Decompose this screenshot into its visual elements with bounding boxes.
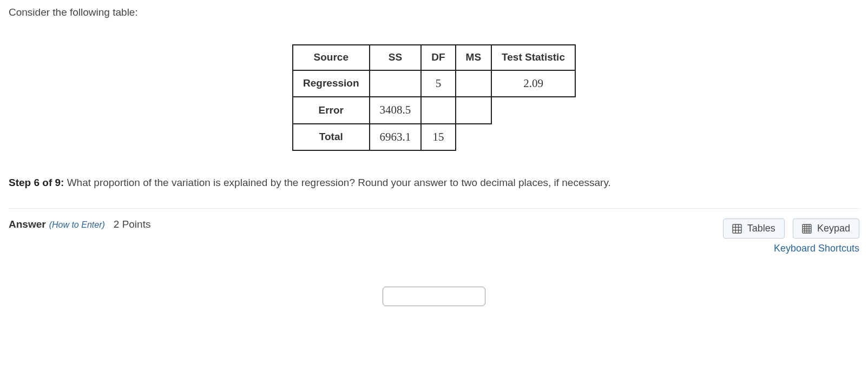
row-source: Regression <box>293 70 369 97</box>
tables-button[interactable]: Tables <box>723 219 785 239</box>
anova-table-container: Source SS DF MS Test Statistic Regressio… <box>9 44 859 151</box>
col-teststat: Test Statistic <box>491 45 575 70</box>
row-ss: 6963.1 <box>370 124 422 151</box>
row-ss <box>370 70 422 97</box>
keyboard-shortcuts-link[interactable]: Keyboard Shortcuts <box>718 243 859 254</box>
row-ms <box>456 97 492 124</box>
row-teststat <box>491 97 575 124</box>
row-teststat <box>491 124 575 151</box>
step-label: Step 6 of 9: <box>9 177 64 188</box>
keypad-icon <box>802 224 812 234</box>
row-ss: 3408.5 <box>370 97 422 124</box>
step-line: Step 6 of 9: What proportion of the vari… <box>9 177 859 189</box>
row-df: 5 <box>421 70 455 97</box>
table-row: Regression52.09 <box>293 70 575 97</box>
row-source: Total <box>293 124 369 151</box>
answer-input[interactable] <box>383 287 485 306</box>
how-to-enter-link[interactable]: (How to Enter) <box>49 220 105 230</box>
col-df: DF <box>421 45 455 70</box>
col-ms: MS <box>456 45 492 70</box>
row-df: 15 <box>421 124 455 151</box>
tables-icon <box>732 224 742 234</box>
intro-text: Consider the following table: <box>9 6 859 18</box>
table-header-row: Source SS DF MS Test Statistic <box>293 45 575 70</box>
keypad-button[interactable]: Keypad <box>793 219 859 239</box>
step-text: What proportion of the variation is expl… <box>67 177 611 188</box>
row-source: Error <box>293 97 369 124</box>
row-ms <box>456 70 492 97</box>
tables-button-label: Tables <box>747 223 775 234</box>
row-teststat: 2.09 <box>491 70 575 97</box>
anova-table: Source SS DF MS Test Statistic Regressio… <box>292 44 576 151</box>
table-row: Total6963.115 <box>293 124 575 151</box>
keypad-button-label: Keypad <box>817 223 850 234</box>
answer-left: Answer(How to Enter) 2 Points <box>9 219 150 230</box>
svg-rect-0 <box>733 224 741 233</box>
col-ss: SS <box>370 45 422 70</box>
row-df <box>421 97 455 124</box>
answer-label: Answer <box>9 219 46 230</box>
table-row: Error3408.5 <box>293 97 575 124</box>
col-source: Source <box>293 45 369 70</box>
points-label: 2 Points <box>114 219 151 230</box>
separator <box>9 208 859 209</box>
row-ms <box>456 124 492 151</box>
